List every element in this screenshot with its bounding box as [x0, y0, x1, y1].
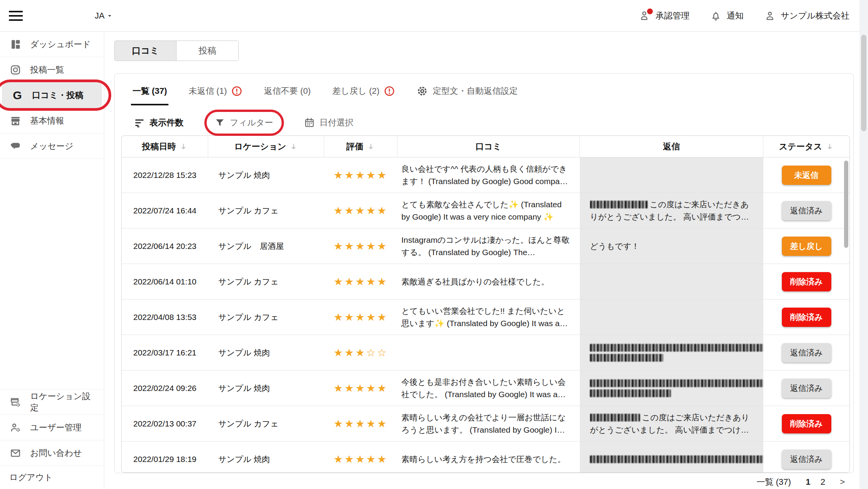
- table-header-row: 投稿日時ロケーション評価口コミ返信ステータス: [122, 136, 849, 157]
- cell-location: サンプル 焼肉: [208, 157, 324, 193]
- datetime-value: 2022/06/14 20:23: [133, 242, 197, 251]
- tab-口コミ[interactable]: 口コミ: [114, 41, 177, 61]
- pagination-next-button[interactable]: >: [840, 477, 845, 487]
- subtab-item[interactable]: 差し戻し (2): [332, 85, 395, 105]
- reply-text: どうもです！: [590, 240, 639, 252]
- status-badge[interactable]: 返信済み: [782, 201, 831, 220]
- tab-label: 口コミ: [132, 45, 159, 57]
- pagination-page-1[interactable]: 1: [806, 477, 810, 487]
- sidebar-item[interactable]: G口コミ・投稿: [2, 83, 102, 108]
- pagination-page-2[interactable]: 2: [820, 477, 825, 487]
- location-value: サンプル 焼肉: [218, 383, 270, 394]
- cell-rating: ★★★★★: [324, 406, 397, 441]
- subtab-item[interactable]: 返信不要 (0): [264, 85, 311, 105]
- sidebar-item[interactable]: 基本情報: [0, 108, 104, 133]
- approval-person-icon: [639, 10, 651, 22]
- status-badge[interactable]: 返信済み: [782, 343, 831, 362]
- hamburger-menu-icon[interactable]: [9, 11, 23, 21]
- redacted-reply: [590, 453, 763, 465]
- cell-review: 素晴らしい考え方を持つ会社で圧巻でした。: [397, 442, 580, 473]
- status-badge[interactable]: 削除済み: [782, 308, 831, 327]
- sort-down-icon: [367, 142, 375, 151]
- status-label: 返信済み: [790, 205, 823, 216]
- status-badge[interactable]: 未返信: [782, 166, 831, 185]
- cell-rating: ★★★☆☆: [324, 335, 397, 370]
- status-badge[interactable]: 返信済み: [782, 379, 831, 398]
- sidebar: ダッシュボード投稿一覧G口コミ・投稿基本情報メッセージ ロケーション設定ユーザー…: [0, 32, 104, 489]
- status-badge[interactable]: 返信済み: [782, 450, 831, 469]
- sidebar-item-label: 基本情報: [30, 115, 64, 127]
- redacted-line: [590, 455, 763, 463]
- sort-down-icon: [179, 142, 188, 151]
- main-content: 口コミ投稿 一覧 (37)未返信 (1)返信不要 (0)差し戻し (2)定型文・…: [104, 32, 868, 489]
- divider: [0, 159, 104, 159]
- browser-scrollbar[interactable]: [860, 0, 868, 489]
- column-header[interactable]: ステータス: [763, 136, 849, 157]
- column-label: ステータス: [779, 141, 822, 152]
- column-label: 返信: [663, 141, 680, 152]
- column-header[interactable]: 返信: [580, 136, 763, 157]
- redacted-reply: [590, 377, 763, 399]
- sidebar-item[interactable]: 投稿一覧: [0, 57, 104, 82]
- cell-reply: この度はご来店いただきありがとうございました。 高い評価までつけて頂き本当に光.…: [580, 193, 763, 228]
- cell-rating: ★★★★★: [324, 371, 397, 406]
- pagination-count-label: 一覧 (37): [756, 476, 791, 488]
- tab-投稿[interactable]: 投稿: [177, 41, 239, 61]
- notification-badge: [647, 8, 653, 14]
- sidebar-item-label: ダッシュボード: [30, 39, 91, 50]
- subtab-label: 返信不要 (0): [264, 85, 311, 97]
- browser-scrollbar-thumb[interactable]: [861, 35, 866, 131]
- location-value: サンプル 居酒屋: [218, 241, 284, 252]
- calendar-icon: [304, 117, 315, 128]
- pagination: 一覧 (37) 12 >: [756, 476, 845, 488]
- reply-text: この度はご来店いただきありがとうございました。 高い評価までつけて頂き本当に光.…: [590, 411, 752, 436]
- column-header[interactable]: ロケーション: [208, 136, 324, 157]
- sidebar-item[interactable]: ダッシュボード: [0, 32, 104, 57]
- status-badge[interactable]: 削除済み: [782, 272, 831, 291]
- reviews-panel: 一覧 (37)未返信 (1)返信不要 (0)差し戻し (2)定型文・自動返信設定…: [114, 73, 854, 473]
- column-header[interactable]: 評価: [324, 136, 397, 157]
- cell-status: 返信済み: [763, 371, 849, 406]
- sidebar-bottom-group: ロケーション設定ユーザー管理お問い合わせログアウト: [0, 389, 104, 489]
- language-selector[interactable]: JA: [95, 11, 113, 21]
- cell-status: 返信済み: [763, 193, 849, 228]
- stars-filled: ★★★★★: [333, 418, 388, 430]
- column-header[interactable]: 投稿日時: [122, 136, 208, 157]
- dashboard-icon: [9, 38, 22, 51]
- sidebar-item[interactable]: お問い合わせ: [0, 440, 104, 465]
- cell-review: Instagramのコンサルは凄かった。ほんと尊敬する。 (Translated…: [397, 228, 580, 264]
- topnav-approval-person[interactable]: 承認管理: [639, 10, 690, 22]
- table-scrollbar-thumb[interactable]: [844, 161, 848, 248]
- sidebar-item[interactable]: ログアウト: [0, 466, 104, 489]
- topnav-user[interactable]: サンプル株式会社: [764, 10, 849, 22]
- cell-rating: ★★★★★: [324, 228, 397, 264]
- table-row: 2022/01/29 18:19サンプル 焼肉★★★★★素晴らしい考え方を持つ会…: [122, 442, 849, 473]
- datetime-value: 2022/01/29 18:19: [133, 455, 197, 464]
- cell-review: [397, 335, 580, 370]
- cell-rating: ★★★★★: [324, 299, 397, 335]
- control-calendar[interactable]: 日付選択: [304, 117, 353, 129]
- redacted-line: [590, 389, 671, 397]
- sidebar-item[interactable]: ユーザー管理: [0, 415, 104, 440]
- sidebar-item[interactable]: ロケーション設定: [0, 389, 104, 415]
- subtab-item[interactable]: 一覧 (37): [132, 85, 167, 105]
- column-label: 投稿日時: [142, 141, 176, 152]
- cell-rating: ★★★★★: [324, 193, 397, 228]
- control-label: 表示件数: [149, 117, 183, 129]
- cell-review: 素晴らしい考えの会社でより一層お世話になろうと思います。 (Translated…: [397, 406, 580, 441]
- status-badge[interactable]: 差し戻し: [782, 237, 831, 256]
- control-rows[interactable]: 表示件数: [134, 117, 183, 129]
- status-label: 削除済み: [790, 276, 823, 287]
- sidebar-item-label: ロケーション設定: [30, 391, 99, 414]
- topnav-bell[interactable]: 通知: [710, 10, 744, 22]
- pagination-pages: 12: [806, 477, 826, 487]
- control-funnel[interactable]: フィルター: [214, 117, 273, 129]
- column-header[interactable]: 口コミ: [397, 136, 580, 157]
- status-badge[interactable]: 削除済み: [782, 414, 831, 433]
- sidebar-item[interactable]: メッセージ: [0, 134, 104, 159]
- cell-location: サンプル 焼肉: [208, 335, 324, 370]
- subtab-item[interactable]: 未返信 (1): [189, 85, 242, 105]
- app-window: JA 承認管理通知サンプル株式会社 ダッシュボード投稿一覧G口コミ・投稿基本情報…: [0, 0, 868, 489]
- stars-filled: ★★★★★: [333, 205, 388, 217]
- subtab-item[interactable]: 定型文・自動返信設定: [416, 85, 518, 105]
